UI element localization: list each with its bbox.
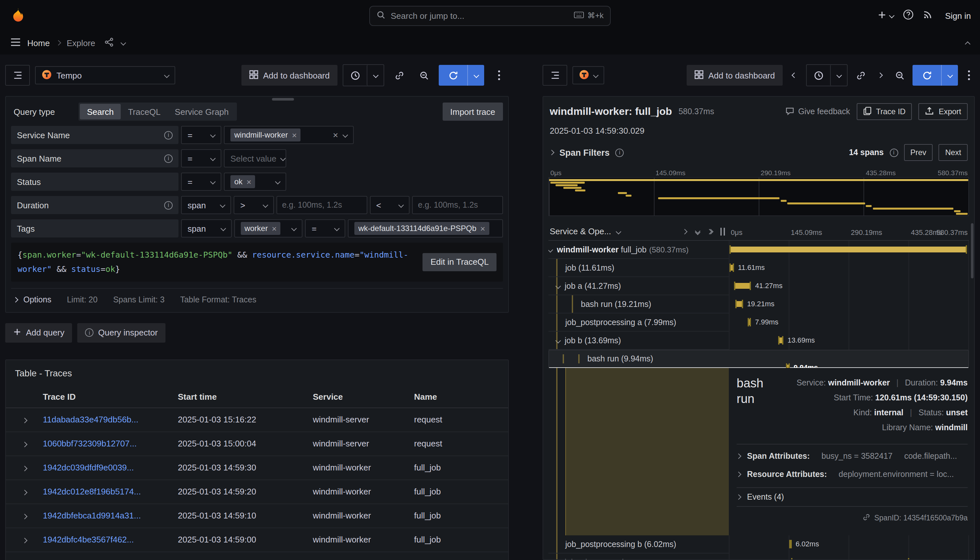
- service-name-operator-select[interactable]: =: [181, 126, 221, 144]
- span-row-timeline[interactable]: 13.69ms: [729, 332, 969, 350]
- trace-id-link[interactable]: 1942dc012e8f196b5174...: [43, 487, 178, 497]
- span-row[interactable]: bash run (19.21ms) 19.21ms: [548, 295, 969, 313]
- span-row-name[interactable]: job b (13.69ms): [548, 332, 729, 350]
- span-bar[interactable]: [789, 541, 792, 547]
- span-row[interactable]: bash run (9.94ms) 9.94ms: [548, 350, 969, 368]
- info-icon[interactable]: i: [164, 201, 173, 209]
- import-trace-button[interactable]: Import trace: [442, 103, 503, 121]
- time-picker[interactable]: [806, 64, 848, 86]
- trace-id-link[interactable]: 1942dbf9d9fa6108d0d1...: [43, 559, 178, 560]
- span-row-name[interactable]: job c (286.87ms): [548, 553, 729, 560]
- attribute-accordion[interactable]: Resource Attributes:deployment.environme…: [737, 465, 968, 483]
- trace-minimap[interactable]: [548, 177, 969, 216]
- zoom-out-button[interactable]: [892, 65, 907, 86]
- expand-row-icon[interactable]: [682, 229, 688, 234]
- span-row[interactable]: job (11.61ms) 11.61ms: [548, 259, 969, 277]
- expander-chevron-icon[interactable]: [548, 247, 553, 252]
- span-row-name[interactable]: bash run (19.21ms): [548, 295, 729, 313]
- remove-chip-icon[interactable]: ×: [272, 224, 277, 233]
- clock-icon[interactable]: [343, 65, 367, 86]
- span-row-name[interactable]: bash run (9.94ms): [555, 354, 735, 363]
- give-feedback-button[interactable]: Give feedback: [785, 106, 850, 117]
- prev-span-button[interactable]: Prev: [904, 144, 933, 161]
- row-expand-chevron-icon[interactable]: [22, 466, 27, 472]
- add-to-dashboard-button[interactable]: Add to dashboard: [242, 65, 337, 86]
- span-row[interactable]: job_postprocessing b (6.02ms) 6.02ms: [548, 535, 969, 553]
- hamburger-menu-button[interactable]: [10, 37, 21, 48]
- events-accordion[interactable]: Events (4): [737, 487, 968, 507]
- span-row-timeline[interactable]: 19.21ms: [729, 295, 969, 313]
- time-picker-chevron[interactable]: [830, 65, 847, 86]
- query-type-tab-service-graph[interactable]: Service Graph: [168, 104, 236, 119]
- span-row-timeline[interactable]: [729, 241, 969, 259]
- tags-scope-select[interactable]: span: [181, 219, 232, 237]
- attribute-accordion[interactable]: Span Attributes:busy_ns = 3582417code.fi…: [737, 447, 968, 465]
- span-row-timeline[interactable]: 41.27ms: [729, 277, 969, 295]
- status-value-select[interactable]: ok×: [224, 173, 286, 191]
- collapse-all-icon[interactable]: [696, 230, 700, 233]
- column-resize-handle[interactable]: [720, 227, 725, 235]
- trace-id-button[interactable]: Trace ID: [857, 103, 912, 120]
- duration-lt-input[interactable]: [412, 196, 503, 214]
- row-expand-chevron-icon[interactable]: [22, 442, 27, 447]
- clear-value-icon[interactable]: ×: [333, 130, 338, 140]
- share-link-button[interactable]: [389, 65, 409, 86]
- table-row[interactable]: 11dabada33e479db56b... 2025-01-03 15:16:…: [6, 408, 508, 432]
- trace-id-link[interactable]: 1942dc039dfdf9e0039...: [43, 463, 178, 473]
- panel-kebab-menu[interactable]: [963, 65, 975, 86]
- news-rss-icon[interactable]: [923, 9, 933, 22]
- expand-all-icon[interactable]: [709, 229, 711, 233]
- table-row[interactable]: 1942dbfebca1d9914a31... 2025-01-03 14:59…: [6, 504, 508, 528]
- add-to-dashboard-button[interactable]: Add to dashboard: [687, 65, 783, 86]
- tags-value-select[interactable]: wk-default-133114d6a91e-PSPQb×: [348, 219, 503, 237]
- options-accordion[interactable]: Options: [13, 295, 51, 304]
- remove-chip-icon[interactable]: ×: [292, 131, 297, 139]
- refresh-icon[interactable]: [439, 65, 467, 86]
- duration-gt-operator-select[interactable]: >: [233, 196, 273, 214]
- trace-id-link[interactable]: 11dabada33e479db56b...: [43, 415, 178, 425]
- status-operator-select[interactable]: =: [181, 173, 221, 191]
- query-history-button[interactable]: [5, 65, 30, 86]
- run-query-button[interactable]: [439, 65, 484, 86]
- span-bar[interactable]: [748, 319, 751, 325]
- service-name-value-select[interactable]: windmill-worker× ×: [224, 126, 354, 144]
- run-query-button[interactable]: [913, 65, 958, 86]
- tags-key-select[interactable]: worker×: [234, 219, 302, 237]
- span-bar[interactable]: [730, 247, 967, 252]
- chevron-down-icon[interactable]: [616, 229, 621, 234]
- datasource-picker-mini[interactable]: [572, 66, 604, 84]
- collapse-header-chevron-icon[interactable]: [965, 41, 971, 47]
- query-type-tab-traceql[interactable]: TraceQL: [121, 104, 167, 119]
- info-icon[interactable]: i: [164, 154, 173, 163]
- span-row[interactable]: job_postprocessing a (7.99ms) 7.99ms: [548, 313, 969, 332]
- column-header-name[interactable]: Name: [414, 392, 508, 402]
- scrollbar-thumb[interactable]: [272, 98, 294, 101]
- trace-id-link[interactable]: 1060bbf732309b12707...: [43, 439, 178, 449]
- span-row[interactable]: job a (41.27ms) 41.27ms: [548, 277, 969, 295]
- span-name-operator-select[interactable]: =: [181, 149, 221, 167]
- trace-id-link[interactable]: 1942dbfc4be3567f462...: [43, 535, 178, 545]
- query-history-button[interactable]: [543, 65, 567, 86]
- span-filters-label[interactable]: Span Filters: [560, 148, 610, 157]
- row-expand-chevron-icon[interactable]: [22, 418, 27, 423]
- sign-in-link[interactable]: Sign in: [943, 11, 971, 20]
- info-icon[interactable]: i: [890, 148, 898, 157]
- span-row-name[interactable]: job a (41.27ms): [548, 277, 729, 295]
- trace-id-link[interactable]: 1942dbfebca1d9914a31...: [43, 511, 178, 521]
- breadcrumb-menu-chevron-icon[interactable]: [120, 40, 126, 46]
- run-query-chevron[interactable]: [467, 65, 484, 86]
- service-operation-dropdown[interactable]: Service & Ope...: [550, 227, 611, 236]
- breadcrumb-home[interactable]: Home: [27, 38, 50, 48]
- span-name-value-select[interactable]: Select value: [224, 149, 286, 167]
- clock-icon[interactable]: [807, 65, 830, 86]
- duration-lt-operator-select[interactable]: <: [370, 196, 410, 214]
- column-header-service[interactable]: Service: [313, 392, 414, 402]
- row-expand-chevron-icon[interactable]: [22, 490, 27, 495]
- value-chip[interactable]: wk-default-133114d6a91e-PSPQb×: [354, 222, 489, 235]
- span-row-timeline[interactable]: 7.99ms: [729, 313, 969, 332]
- global-search-input[interactable]: Search or jump to... ⌘+k: [369, 5, 611, 26]
- link-icon[interactable]: [863, 513, 870, 522]
- info-icon[interactable]: i: [164, 131, 173, 139]
- span-row[interactable]: windmill-worker full_job(580.37ms): [548, 241, 969, 259]
- span-bar[interactable]: [778, 337, 783, 343]
